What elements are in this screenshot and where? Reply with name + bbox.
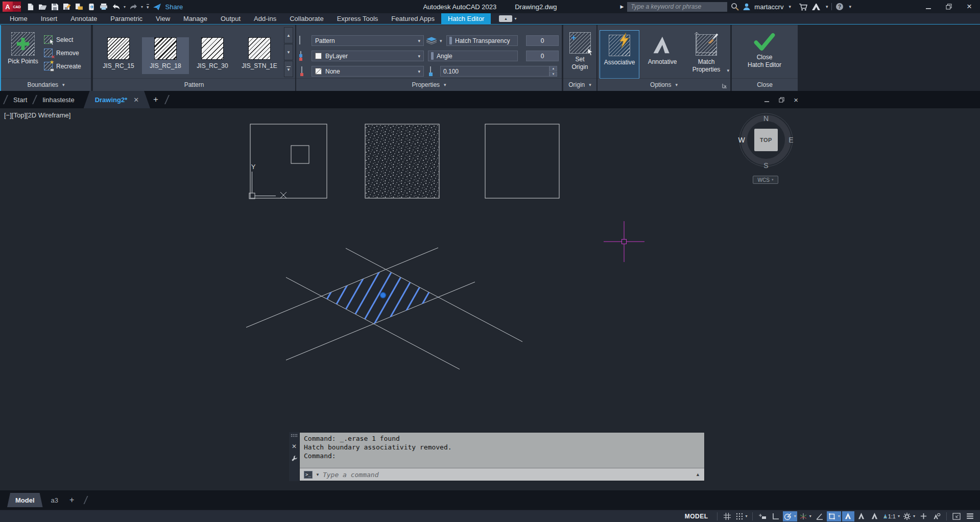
close-hatch-editor-button[interactable]: Close Hatch Editor	[739, 32, 790, 69]
annotation-sync-toggle[interactable]	[869, 511, 881, 521]
command-window-rail[interactable]: ✕	[289, 432, 299, 481]
undo-button[interactable]	[110, 1, 122, 12]
open-from-docs-button[interactable]	[73, 1, 85, 12]
open-from-mobile-button[interactable]	[85, 1, 98, 12]
username-label[interactable]: martaccrv	[754, 3, 783, 11]
osnap-dropdown-icon[interactable]: ▾	[838, 514, 840, 518]
restore-window-icon[interactable]	[942, 1, 955, 12]
tab-featured-apps[interactable]: Featured Apps	[385, 13, 441, 24]
tab-annotate[interactable]: Annotate	[64, 13, 104, 24]
compass-east-label[interactable]: E	[788, 136, 793, 144]
new-drawing-tab-button[interactable]: +	[153, 94, 158, 105]
remove-button[interactable]: × Remove	[44, 49, 79, 57]
isolate-objects-button[interactable]	[930, 511, 943, 521]
autodesk-logo-icon[interactable]	[811, 3, 821, 11]
construction-line-1[interactable]	[346, 248, 522, 342]
origin-panel-label[interactable]: Origin▾	[563, 78, 596, 91]
tab-view[interactable]: View	[149, 13, 177, 24]
autocad-logo-icon[interactable]: ACAD	[3, 2, 21, 12]
scale-spinner[interactable]: ▲▼	[549, 66, 557, 77]
construction-line-3[interactable]	[246, 248, 438, 327]
open-file-button[interactable]	[36, 1, 49, 12]
properties-panel-label[interactable]: Properties▾	[296, 78, 562, 91]
tab-insert[interactable]: Insert	[34, 13, 64, 24]
scale-dropdown-icon[interactable]: ▾	[898, 514, 900, 518]
expand-history-icon[interactable]: ▲	[696, 472, 700, 477]
boundaries-panel-label[interactable]: Boundaries▾	[1, 78, 91, 91]
construction-line-2[interactable]	[286, 277, 460, 369]
command-window[interactable]: ✕ Command: _.erase 1 found Hatch boundar…	[289, 432, 705, 481]
options-panel-label[interactable]: Options▾	[597, 78, 730, 91]
redo-dropdown-icon[interactable]: ▾	[139, 1, 145, 12]
tab-parametric[interactable]: Parametric	[104, 13, 149, 24]
help-dropdown-icon[interactable]: ▾	[849, 4, 851, 9]
polar-tracking-toggle[interactable]: ▾	[783, 511, 797, 521]
workspace-dropdown-icon[interactable]: ▾	[913, 514, 915, 518]
dynamic-input-toggle[interactable]	[756, 511, 769, 521]
annotation-monitor-button[interactable]	[917, 511, 929, 521]
tab-express-tools[interactable]: Express Tools	[330, 13, 385, 24]
tab-manage[interactable]: Manage	[177, 13, 214, 24]
sand-hatch-rect[interactable]	[365, 124, 439, 198]
pattern-swatch-jis-rc-15[interactable]: JIS_RC_15	[95, 37, 142, 74]
transparency-slider-handle[interactable]	[449, 37, 452, 44]
angle-value[interactable]: 0	[526, 51, 559, 61]
angle-field[interactable]: Angle	[428, 51, 518, 61]
tab-hatch-editor[interactable]: Hatch Editor	[441, 13, 491, 24]
pattern-swatch-jis-rc-18[interactable]: JIS_RC_18	[142, 37, 189, 74]
compass-south-label[interactable]: S	[763, 161, 768, 170]
isodraft-toggle[interactable]: ▾	[798, 511, 812, 521]
pattern-swatch-jis-rc-30[interactable]: JIS_RC_30	[189, 37, 236, 74]
associative-button[interactable]: Associative	[600, 30, 639, 79]
save-as-button[interactable]	[61, 1, 73, 12]
workspace-switching-button[interactable]: ▾	[902, 511, 916, 521]
clean-screen-button[interactable]	[950, 511, 963, 521]
doc-minimize-icon[interactable]	[764, 97, 770, 103]
recreate-button[interactable]: ★ Recreate	[44, 62, 81, 70]
file-tab-drawing2[interactable]: Drawing2* ✕	[84, 91, 150, 108]
tab-collaborate[interactable]: Collaborate	[283, 13, 330, 24]
pattern-swatch-jis-stn-1e[interactable]: JIS_STN_1E	[236, 37, 283, 74]
tab-home[interactable]: Home	[3, 13, 34, 24]
hatch-transparency-field[interactable]: Hatch Transparency	[446, 35, 518, 46]
isodraft-dropdown-icon[interactable]: ▾	[809, 514, 811, 518]
angle-slider-handle[interactable]	[431, 52, 434, 60]
save-button[interactable]	[49, 1, 61, 12]
undo-dropdown-icon[interactable]: ▾	[122, 1, 127, 12]
layout-tab-model[interactable]: Model	[7, 493, 43, 507]
plot-button[interactable]	[98, 1, 110, 12]
autodesk-dropdown-icon[interactable]: ▾	[826, 4, 828, 9]
new-layout-button[interactable]: +	[69, 495, 74, 505]
pattern-scroll-up-button[interactable]: ▲	[284, 27, 293, 43]
annotation-autoscale-toggle[interactable]	[855, 511, 868, 521]
layout-tab-a3[interactable]: a3	[43, 496, 66, 504]
grip-point[interactable]	[380, 293, 386, 298]
close-window-icon[interactable]: ×	[963, 1, 976, 12]
doc-restore-icon[interactable]	[779, 97, 784, 103]
customize-qat-icon[interactable]: ▾	[147, 4, 149, 10]
close-command-window-icon[interactable]: ✕	[292, 443, 297, 450]
share-label[interactable]: Share	[165, 3, 183, 11]
search-expand-icon[interactable]: ▶	[620, 4, 624, 9]
help-icon[interactable]: ?	[835, 3, 844, 11]
doc-close-icon[interactable]: ×	[794, 96, 798, 104]
compass-north-label[interactable]: N	[763, 114, 769, 123]
navigation-compass[interactable]: N W E S TOP	[738, 113, 793, 170]
model-space-toggle[interactable]: MODEL	[680, 513, 713, 520]
rect-entity-3[interactable]	[485, 124, 559, 198]
ortho-mode-toggle[interactable]	[770, 511, 782, 521]
annotation-visibility-toggle[interactable]	[842, 511, 854, 521]
new-file-button[interactable]	[24, 1, 36, 12]
set-origin-button[interactable]: + Set Origin	[566, 32, 593, 71]
hatch-color-dropdown[interactable]: ByLayer▾	[312, 51, 424, 61]
recent-commands-icon[interactable]: ▼	[316, 472, 320, 477]
annotative-button[interactable]: Annotative	[641, 30, 684, 79]
hatch-scale-field[interactable]: 0.100	[440, 66, 549, 77]
viewport-controls-label[interactable]: [−][Top][2D Wireframe]	[4, 111, 70, 119]
hatch-transparency-value[interactable]: 0	[526, 35, 559, 46]
account-dropdown-icon[interactable]: ▾	[788, 4, 791, 9]
customize-wrench-icon[interactable]	[291, 455, 298, 462]
customization-menu-button[interactable]	[964, 511, 976, 521]
file-tab-start[interactable]: Start	[11, 96, 29, 104]
file-tab-linhasteste[interactable]: linhasteste	[40, 96, 76, 104]
